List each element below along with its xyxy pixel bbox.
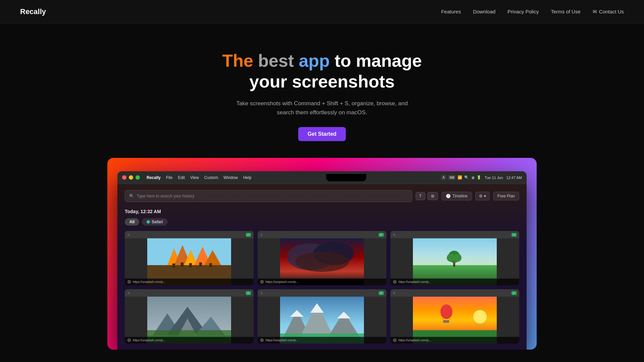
timeline-button[interactable]: 🕐 Timeline (441, 192, 472, 200)
type-text-btn[interactable]: T (416, 192, 425, 200)
filter-all[interactable]: All (125, 218, 139, 226)
sc-dot-5 (260, 292, 263, 294)
menu-recally[interactable]: Recally (147, 175, 161, 180)
search-placeholder: Type here to search your history (137, 194, 194, 198)
screenshot-image-4: https://unsplash.com/p... (125, 297, 254, 344)
mountain-image (125, 297, 254, 344)
svg-rect-10 (199, 262, 202, 266)
svg-rect-8 (181, 262, 183, 266)
card-topbar-4: ✓ (125, 289, 254, 297)
svg-point-22 (453, 254, 462, 262)
screenshot-image-2: https://unsplash.com/p... (258, 238, 386, 285)
menu-help[interactable]: Help (243, 175, 252, 180)
nav-download[interactable]: Download (473, 9, 495, 14)
screenshot-image-5: https://unsplash.com/p... (258, 297, 386, 344)
menu-custom[interactable]: Custom (204, 175, 218, 180)
menu-edit[interactable]: Edit (178, 175, 185, 180)
url-text-1: https://unsplash.com/p... (133, 280, 166, 284)
card-footer-2: https://unsplash.com/p... (258, 279, 386, 285)
screenshot-image-6: https://unsplash.com/p... (390, 297, 519, 344)
filter-safari[interactable]: Safari (142, 218, 167, 226)
card-footer-3: https://unsplash.com/p... (390, 279, 519, 285)
minimize-button[interactable] (129, 175, 133, 180)
svg-rect-44 (443, 320, 449, 323)
sc-badge-2: ✓ (379, 233, 384, 237)
svg-point-40 (473, 310, 487, 323)
balloon-image (390, 297, 519, 344)
screenshot-card-2[interactable]: ✓ (258, 231, 386, 285)
settings-button[interactable]: ⚙ ▾ (475, 192, 490, 200)
mac-date: Tue 11 Jun (485, 176, 503, 180)
screenshot-card-1[interactable]: ✓ (125, 231, 254, 285)
screenshot-card-3[interactable]: ✓ (390, 231, 519, 285)
svg-rect-7 (172, 263, 175, 267)
logo[interactable]: Recally (20, 7, 46, 16)
storm-image (258, 238, 386, 285)
sc-dot-2 (260, 234, 263, 236)
sc-dot-1 (127, 234, 130, 236)
nav-privacy[interactable]: Privacy Policy (507, 9, 539, 14)
screenshot-card-4[interactable]: ✓ (125, 289, 254, 344)
maximize-button[interactable] (136, 175, 140, 180)
nav-contact[interactable]: ✉ Contact Us (593, 9, 624, 15)
mac-time: 12:47 AM (506, 176, 522, 180)
headline-best: best (258, 51, 294, 70)
svg-rect-9 (189, 263, 192, 267)
search-bar[interactable]: 🔍 Type here to search your history (125, 190, 412, 202)
screenshot-card-5[interactable]: ✓ (258, 289, 386, 344)
hero-section: The best app to manage your screenshots … (0, 23, 644, 158)
url-favicon-5 (260, 339, 264, 342)
sc-badge-6: ✓ (512, 291, 517, 295)
sc-badge-3: ✓ (512, 233, 517, 237)
mac-titlebar: Recally File Edit View Custom Window Hel… (117, 171, 527, 184)
autumn-image (125, 238, 254, 285)
mac-window: Recally File Edit View Custom Window Hel… (117, 171, 527, 350)
screenshot-image-3: https://unsplash.com/p... (390, 238, 519, 285)
menu-view[interactable]: View (190, 175, 199, 180)
card-footer-6: https://unsplash.com/p... (390, 337, 519, 344)
safari-icon (147, 220, 150, 224)
search-status-icon: 🔍 (464, 175, 469, 180)
svg-point-15 (295, 252, 349, 272)
mac-notch (252, 174, 441, 181)
card-topbar-1: ✓ (125, 231, 254, 238)
type-image-btn[interactable]: ⊞ (427, 192, 438, 200)
hero-headline: The best app to manage your screenshots (7, 50, 637, 92)
screenshots-grid: ✓ (125, 231, 519, 344)
menu-file[interactable]: File (166, 175, 172, 180)
get-started-button[interactable]: Get Started (298, 127, 346, 141)
nav-terms[interactable]: Terms of Use (551, 9, 580, 14)
nav-features[interactable]: Features (441, 9, 461, 14)
menu-window[interactable]: Window (223, 175, 238, 180)
close-button[interactable] (122, 175, 126, 180)
chevron-down-icon: ▾ (484, 194, 486, 198)
screenshot-card-6[interactable]: ✓ (390, 289, 519, 344)
card-footer-4: https://unsplash.com/p... (125, 337, 254, 344)
filter-row: All Safari (125, 218, 519, 226)
plan-badge: Free Plan (493, 192, 519, 200)
screenshot-image-1: https://unsplash.com/p... (125, 238, 254, 285)
svg-rect-11 (209, 263, 212, 267)
headline-rest: to manage (335, 51, 422, 70)
mac-menu-items: Recally File Edit View Custom Window Hel… (147, 175, 252, 180)
peaks-image (258, 297, 386, 344)
mac-menu-bar: Recally File Edit View Custom Window Hel… (122, 174, 522, 181)
search-type-buttons: T ⊞ (416, 192, 438, 200)
url-text-4: https://unsplash.com/p... (133, 339, 166, 342)
url-text-5: https://unsplash.com/p... (266, 339, 299, 342)
hero-description: Take screenshots with Command + Shift + … (228, 99, 416, 117)
mac-status-bar: A ⌨ 📶 🔍 🖥 🔋 Tue 11 Jun 12:47 AM (441, 175, 522, 180)
keyboard-icon: A (441, 175, 446, 180)
mail-icon: ✉ (593, 9, 597, 15)
display-icon: 🖥 (471, 176, 475, 180)
card-topbar-6: ✓ (390, 289, 519, 297)
status-icons: A ⌨ 📶 🔍 🖥 🔋 (441, 175, 481, 180)
card-topbar-2: ✓ (258, 231, 386, 238)
url-favicon-6 (393, 339, 396, 342)
card-footer-1: https://unsplash.com/p... (125, 279, 254, 285)
date-label: Today, 12:32 AM (125, 209, 519, 214)
field-image (390, 238, 519, 285)
sc-badge-1: ✓ (246, 233, 251, 237)
gear-icon: ⚙ (479, 194, 483, 198)
sc-badge-4: ✓ (246, 291, 251, 295)
